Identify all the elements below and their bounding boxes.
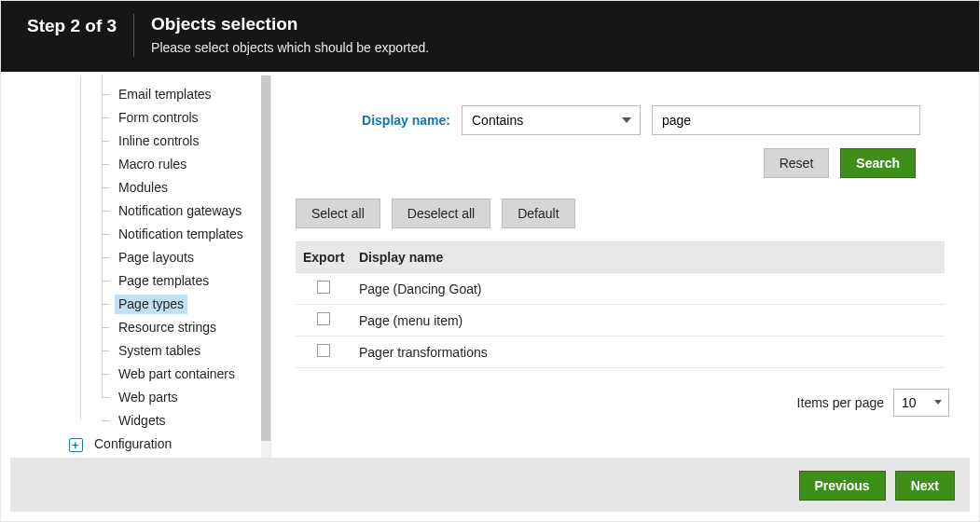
next-button[interactable]: Next: [895, 471, 955, 501]
tree-item[interactable]: Notification gateways: [10, 199, 261, 223]
row-display-name: Pager transformations: [352, 337, 945, 367]
table-row: Page (menu item): [296, 305, 945, 337]
table-row: Page (Dancing Goat): [296, 273, 945, 305]
filter-row: Display name: Contains: [348, 105, 951, 135]
tree-item-label: Page types: [115, 295, 187, 314]
row-display-name: Page (menu item): [352, 306, 945, 336]
wizard-step-indicator: Step 2 of 3: [27, 14, 117, 36]
tree-item-label: Resource strings: [115, 318, 220, 337]
object-tree-sidebar: Email templatesForm controlsInline contr…: [10, 76, 271, 458]
filter-label: Display name:: [348, 113, 450, 128]
tree-item[interactable]: Form controls: [10, 106, 261, 130]
tree-item-label: Page templates: [115, 271, 213, 291]
tree-node-label: Configuration: [94, 436, 172, 451]
tree-item[interactable]: Page types: [10, 293, 261, 316]
tree-item[interactable]: Modules: [10, 176, 261, 199]
tree-item[interactable]: Macro rules: [10, 153, 261, 176]
tree-item[interactable]: Page layouts: [10, 246, 261, 269]
default-button[interactable]: Default: [502, 199, 574, 228]
search-button[interactable]: Search: [840, 148, 916, 178]
sidebar-scrollbar-track[interactable]: [261, 76, 270, 458]
tree-item-label: Page layouts: [115, 248, 198, 268]
reset-button[interactable]: Reset: [764, 148, 830, 178]
object-tree: Email templatesForm controlsInline contr…: [10, 76, 261, 456]
tree-item-label: System tables: [115, 341, 204, 361]
wizard-footer: Previous Next: [10, 458, 970, 512]
header-divider: [133, 14, 134, 57]
pager-row: Items per page 10: [296, 389, 951, 417]
tree-item[interactable]: Widgets: [10, 409, 261, 433]
tree-item[interactable]: System tables: [10, 339, 261, 363]
tree-item-label: Form controls: [115, 108, 202, 128]
tree-item-label: Notification templates: [115, 225, 247, 244]
tree-item-label: Modules: [115, 178, 172, 198]
tree-item[interactable]: Inline controls: [10, 130, 261, 153]
export-checkbox[interactable]: [317, 312, 330, 325]
select-all-button[interactable]: Select all: [296, 199, 380, 228]
tree-node-configuration[interactable]: Configuration: [10, 433, 261, 456]
deselect-all-button[interactable]: Deselect all: [392, 199, 490, 228]
main-content: Display name: Contains Reset Search Sele…: [271, 76, 970, 458]
tree-item-label: Web part containers: [115, 364, 239, 384]
col-header-display-name: Display name: [352, 242, 945, 272]
page-subtitle: Please select objects which should be ex…: [151, 40, 429, 55]
tree-item[interactable]: Resource strings: [10, 316, 261, 339]
items-per-page-label: Items per page: [797, 395, 884, 410]
table-header-row: Export Display name: [296, 241, 945, 273]
tree-item-label: Email templates: [115, 85, 215, 104]
export-checkbox[interactable]: [317, 344, 330, 357]
table-row: Pager transformations: [296, 337, 945, 368]
tree-item-label: Notification gateways: [115, 201, 245, 221]
filter-operator-select[interactable]: Contains: [462, 105, 641, 135]
tree-item-label: Inline controls: [115, 131, 202, 151]
objects-table: Export Display name Page (Dancing Goat)P…: [296, 241, 945, 368]
items-per-page-select[interactable]: 10: [893, 389, 949, 417]
tree-item-label: Macro rules: [115, 155, 190, 174]
tree-item-label: Web parts: [115, 388, 182, 407]
tree-item[interactable]: Notification templates: [10, 223, 261, 246]
sidebar-scrollbar-thumb[interactable]: [261, 76, 270, 441]
previous-button[interactable]: Previous: [799, 471, 886, 501]
tree-item[interactable]: Web part containers: [10, 363, 261, 386]
export-checkbox[interactable]: [317, 281, 330, 294]
filter-value-input[interactable]: [652, 105, 920, 135]
tree-item[interactable]: Email templates: [10, 83, 261, 106]
tree-item[interactable]: Page templates: [10, 269, 261, 293]
page-title: Objects selection: [151, 14, 429, 34]
row-display-name: Page (Dancing Goat): [352, 274, 945, 304]
wizard-header: Step 2 of 3 Objects selection Please sel…: [1, 1, 979, 72]
tree-item-label: Widgets: [115, 411, 170, 431]
tree-item[interactable]: Web parts: [10, 386, 261, 409]
col-header-export: Export: [296, 242, 352, 272]
